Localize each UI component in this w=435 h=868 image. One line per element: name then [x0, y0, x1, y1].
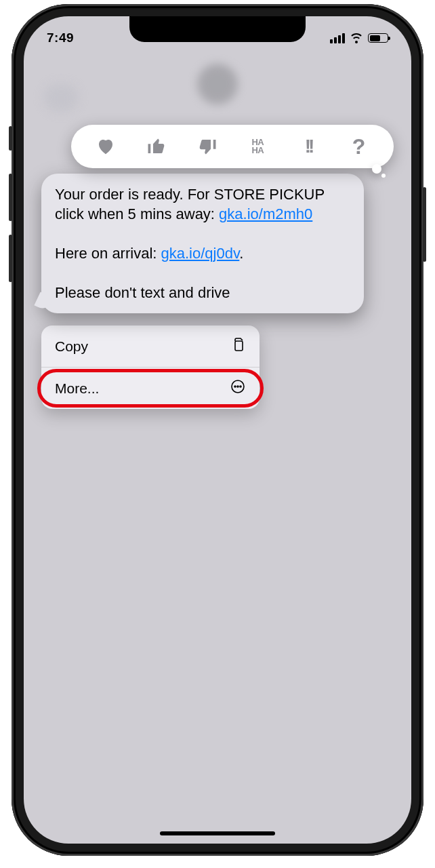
volume-up-button: [9, 174, 12, 221]
contact-avatar-blurred: [197, 64, 238, 104]
wifi-icon: [350, 33, 363, 43]
battery-icon: [368, 33, 388, 43]
tapback-haha[interactable]: HAHA: [244, 133, 271, 160]
menu-item-more[interactable]: More...: [41, 367, 260, 409]
svg-point-4: [240, 386, 241, 387]
message-text-2b: .: [239, 245, 243, 262]
message-bubble[interactable]: Your order is ready. For STORE PICKUP cl…: [41, 174, 364, 313]
message-link-2[interactable]: gka.io/qj0dv: [161, 245, 240, 262]
svg-rect-0: [235, 341, 243, 351]
svg-point-2: [234, 386, 236, 387]
cellular-icon: [330, 33, 345, 43]
message-text-3: Please don't text and drive: [55, 284, 230, 301]
status-indicators: [330, 33, 388, 43]
volume-down-button: [9, 235, 12, 282]
iphone-frame: 7:49 HAHA !!: [12, 4, 423, 856]
tapback-heart[interactable]: [92, 133, 119, 160]
mute-switch: [9, 126, 12, 151]
tapback-thumbs-down[interactable]: [194, 133, 221, 160]
menu-more-label: More...: [55, 380, 99, 397]
power-button: [423, 187, 426, 262]
context-menu: Copy More...: [41, 326, 260, 409]
copy-icon: [230, 336, 246, 356]
status-time: 7:49: [47, 31, 74, 45]
tapback-bar: HAHA !! ?: [71, 125, 394, 168]
message-text-2a: Here on arrival:: [55, 245, 161, 262]
tapback-exclaim[interactable]: !!: [295, 133, 322, 160]
more-icon: [230, 378, 246, 398]
tapback-question[interactable]: ?: [346, 133, 373, 160]
notch: [129, 16, 306, 42]
content-area: HAHA !! ? Your order is ready. For STORE…: [24, 125, 411, 409]
conversation-header-blurred: [24, 43, 411, 118]
screen: 7:49 HAHA !!: [24, 16, 411, 844]
svg-point-3: [237, 386, 239, 387]
back-button-blurred: [44, 84, 78, 111]
home-indicator[interactable]: [160, 831, 275, 835]
menu-copy-label: Copy: [55, 338, 88, 355]
menu-item-copy[interactable]: Copy: [41, 326, 260, 367]
message-link-1[interactable]: gka.io/m2mh0: [219, 205, 312, 222]
tapback-thumbs-up[interactable]: [143, 133, 170, 160]
